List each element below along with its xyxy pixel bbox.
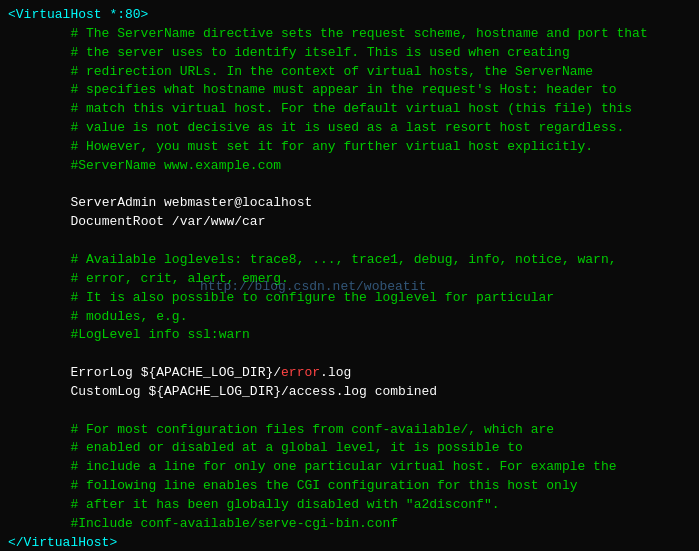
line-c16: # include a line for only one particular… (8, 458, 691, 477)
line-c15: # enabled or disabled at a global level,… (8, 439, 691, 458)
line-c8: #ServerName www.example.com (8, 157, 691, 176)
line-c18: # after it has been globally disabled wi… (8, 496, 691, 515)
line-d2: DocumentRoot /var/www/car (8, 213, 691, 232)
line-e1: ErrorLog ${APACHE_LOG_DIR}/error.log (8, 364, 691, 383)
line-c6: # value is not decisive as it is used as… (8, 119, 691, 138)
line-c11: # It is also possible to configure the l… (8, 289, 691, 308)
line-blank2 (8, 232, 691, 251)
line-blank4 (8, 402, 691, 421)
line-c10: # error, crit, alert, emerg. (8, 270, 691, 289)
line-d1: ServerAdmin webmaster@localhost (8, 194, 691, 213)
line-c12: # modules, e.g. (8, 308, 691, 327)
terminal: <VirtualHost *:80> # The ServerName dire… (0, 0, 699, 551)
line-c3: # redirection URLs. In the context of vi… (8, 63, 691, 82)
close-tag: </VirtualHost> (8, 535, 117, 550)
line-c2: # the server uses to identify itself. Th… (8, 44, 691, 63)
line-close-tag: </VirtualHost> (8, 534, 691, 551)
line-c5: # match this virtual host. For the defau… (8, 100, 691, 119)
line-c17: # following line enables the CGI configu… (8, 477, 691, 496)
line-c7: # However, you must set it for any furth… (8, 138, 691, 157)
line-c9: # Available loglevels: trace8, ..., trac… (8, 251, 691, 270)
line-blank3 (8, 345, 691, 364)
open-tag: <VirtualHost *:80> (8, 7, 148, 22)
line-c14: # For most configuration files from conf… (8, 421, 691, 440)
line-c13: #LogLevel info ssl:warn (8, 326, 691, 345)
line-open-tag: <VirtualHost *:80> (8, 6, 691, 25)
line-c1: # The ServerName directive sets the requ… (8, 25, 691, 44)
line-blank1 (8, 176, 691, 195)
line-e2: CustomLog ${APACHE_LOG_DIR}/access.log c… (8, 383, 691, 402)
line-c4: # specifies what hostname must appear in… (8, 81, 691, 100)
line-c19: #Include conf-available/serve-cgi-bin.co… (8, 515, 691, 534)
